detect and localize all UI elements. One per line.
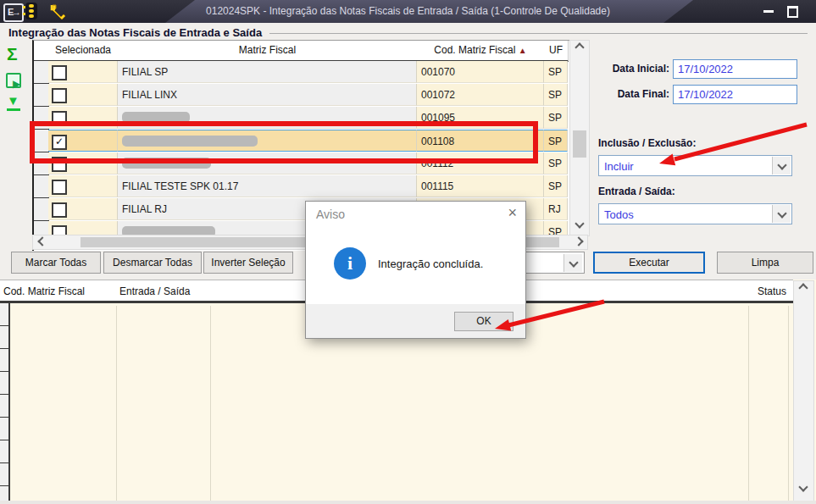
selected-value: Todos: [604, 208, 634, 221]
matriz-fiscal-cell[interactable]: FILIAL LINX: [118, 84, 417, 106]
vertical-scrollbar[interactable]: [793, 280, 814, 501]
checkbox[interactable]: [52, 180, 67, 195]
row-selector[interactable]: [34, 84, 49, 107]
table-row-selected[interactable]: ✓ 001108 SP: [34, 130, 568, 152]
column-header-selecionada[interactable]: Selecionada: [48, 41, 119, 62]
uf-cell[interactable]: SP: [544, 221, 568, 235]
row-selector[interactable]: [34, 107, 49, 130]
row-selector[interactable]: [34, 130, 49, 152]
matriz-fiscal-cell[interactable]: FILIAL SP: [118, 61, 417, 83]
matriz-fiscal-cell[interactable]: [118, 130, 417, 152]
column-header-label: Cod. Matriz Fiscal: [3, 285, 85, 297]
inclusao-exclusao-select[interactable]: Incluir: [598, 155, 792, 176]
table-row[interactable]: FILIAL LINX 001072 SP: [34, 84, 568, 107]
scroll-right-button[interactable]: [572, 235, 587, 249]
marcar-todas-button[interactable]: Marcar Todas: [11, 252, 101, 274]
close-icon[interactable]: ×: [508, 204, 517, 222]
dropdown-button[interactable]: [772, 157, 791, 174]
scroll-up-button[interactable]: [794, 281, 813, 298]
row-selector[interactable]: [34, 175, 49, 198]
wrench-icon[interactable]: [49, 3, 68, 21]
entrada-saida-select[interactable]: Todos: [598, 203, 792, 224]
column-header-cod-matriz-fiscal[interactable]: Cod. Matriz Fiscal: [0, 280, 116, 303]
selecionada-cell[interactable]: [48, 84, 118, 106]
data-final-input[interactable]: 17/10/2022: [673, 85, 797, 104]
checkbox[interactable]: [52, 225, 67, 235]
checkbox[interactable]: [52, 157, 67, 172]
ok-button[interactable]: OK: [454, 312, 513, 331]
desmarcar-todas-button[interactable]: Desmarcar Todas: [103, 252, 202, 274]
row-selector[interactable]: [0, 372, 8, 395]
column-header-matriz-fiscal[interactable]: Matriz Fiscal: [118, 41, 418, 62]
selecionada-cell[interactable]: [48, 107, 118, 129]
cod-cell[interactable]: 001108: [417, 130, 544, 152]
column-header-entrada-saida[interactable]: Entrada / Saída: [116, 280, 210, 303]
checkbox[interactable]: [52, 88, 67, 103]
selecionada-cell[interactable]: [48, 175, 118, 197]
row-selector[interactable]: [34, 61, 49, 84]
row-selector[interactable]: [0, 303, 8, 326]
column-header-status[interactable]: Status: [748, 280, 793, 303]
sum-icon[interactable]: Σ: [7, 44, 18, 64]
cod-cell[interactable]: 001072: [417, 84, 544, 106]
uf-cell[interactable]: SP: [544, 175, 568, 197]
uf-cell[interactable]: SP: [544, 61, 568, 83]
table-row[interactable]: 001112 SP: [34, 152, 568, 175]
column-header-cod-matriz-fiscal[interactable]: Cod. Matriz Fiscal ▲: [417, 41, 545, 62]
go-to-bottom-icon-bar: [7, 108, 20, 111]
data-inicial-input[interactable]: 17/10/2022: [673, 59, 797, 79]
vertical-scrollbar[interactable]: [569, 40, 590, 236]
inverter-selecao-button[interactable]: Inverter Seleção: [203, 252, 293, 274]
row-selector[interactable]: [34, 152, 49, 175]
row-selector[interactable]: [0, 440, 8, 463]
checkbox[interactable]: [52, 202, 67, 218]
uf-cell[interactable]: SP: [544, 107, 568, 129]
scroll-down-button[interactable]: [794, 484, 813, 501]
row-selector[interactable]: [0, 349, 8, 372]
dropdown-button[interactable]: [772, 205, 791, 223]
scroll-up-button[interactable]: [570, 41, 589, 56]
selecionada-cell[interactable]: [48, 152, 118, 174]
uf-cell[interactable]: SP: [544, 130, 568, 152]
limpa-button[interactable]: Limpa: [717, 252, 813, 274]
cod-cell[interactable]: 001070: [417, 61, 544, 83]
matriz-fiscal-cell[interactable]: FILIAL TESTE SPK 01.17: [118, 175, 417, 197]
selecionada-cell[interactable]: [48, 198, 118, 220]
uf-cell[interactable]: SP: [544, 152, 568, 174]
uf-cell[interactable]: RJ: [544, 198, 568, 220]
aviso-dialog: Aviso × i Integração concluída. OK: [305, 201, 526, 339]
redaction-blur: [122, 112, 190, 123]
checkbox[interactable]: [52, 111, 67, 126]
matriz-fiscal-cell[interactable]: [118, 107, 417, 129]
row-selector[interactable]: [34, 221, 49, 235]
row-selector[interactable]: [0, 463, 8, 486]
cod-cell[interactable]: 001095: [417, 107, 544, 129]
minimize-button[interactable]: [763, 10, 774, 13]
column-header-label: Selecionada: [55, 44, 111, 56]
maximize-button[interactable]: [787, 6, 798, 18]
go-to-bottom-icon[interactable]: ▼: [7, 95, 19, 107]
selecionada-cell[interactable]: ✓: [48, 130, 118, 152]
selecionada-cell[interactable]: [48, 61, 118, 83]
row-selector[interactable]: [34, 198, 49, 221]
dropdown-button[interactable]: [563, 254, 582, 272]
table-row[interactable]: FILIAL SP 001070 SP: [34, 61, 568, 84]
cod-cell[interactable]: 001112: [417, 152, 544, 174]
table-row[interactable]: 001095 SP: [34, 107, 568, 130]
scroll-down-button[interactable]: [570, 220, 589, 235]
matriz-fiscal-cell[interactable]: [118, 152, 417, 174]
uf-cell[interactable]: SP: [544, 84, 568, 106]
scroll-left-button[interactable]: [33, 235, 48, 249]
row-selector[interactable]: [0, 326, 8, 349]
cod-cell[interactable]: 001115: [417, 175, 544, 197]
column-header-uf[interactable]: UF: [544, 41, 569, 62]
checkbox[interactable]: [52, 65, 67, 80]
traffic-light-icon[interactable]: [25, 3, 37, 19]
row-selector[interactable]: [0, 395, 8, 418]
selecionada-cell[interactable]: [48, 221, 118, 235]
scrollbar-thumb[interactable]: [573, 130, 586, 158]
table-row[interactable]: FILIAL TESTE SPK 01.17 001115 SP: [34, 175, 568, 198]
checkbox-checked[interactable]: ✓: [52, 135, 67, 150]
row-selector[interactable]: [0, 418, 8, 440]
executar-button[interactable]: Executar: [593, 252, 705, 274]
